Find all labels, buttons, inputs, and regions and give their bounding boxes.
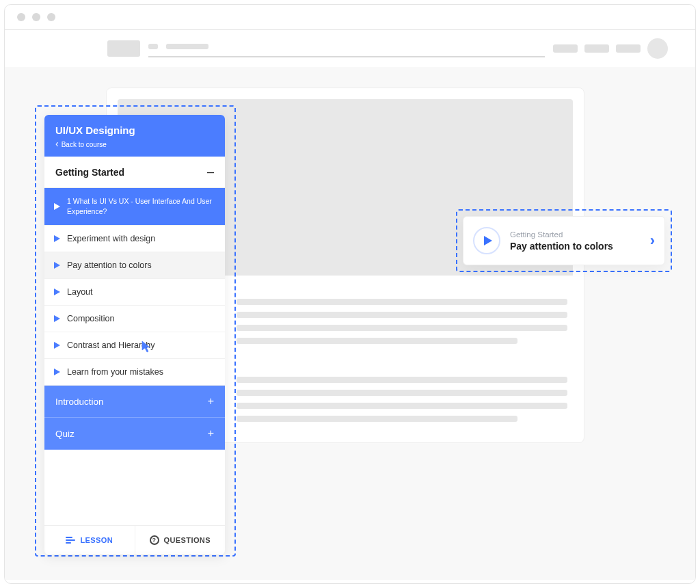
back-label: Back to course bbox=[62, 141, 107, 148]
play-icon bbox=[54, 203, 60, 210]
lesson-label: Contrast and Hierarchy bbox=[67, 340, 155, 350]
tab-lesson[interactable]: LESSON bbox=[44, 526, 135, 554]
nav-tabs-placeholder bbox=[148, 40, 545, 57]
play-circle-icon bbox=[473, 227, 500, 254]
lesson-item[interactable]: Experiment with design bbox=[44, 226, 225, 252]
lesson-item[interactable]: Contrast and Hierarchy bbox=[44, 332, 225, 359]
lesson-item-active[interactable]: 1 What Is UI Vs UX - User Interface And … bbox=[44, 188, 225, 226]
question-icon: ? bbox=[150, 535, 159, 545]
section-header-getting-started[interactable]: Getting Started – bbox=[44, 157, 225, 188]
play-icon bbox=[54, 262, 60, 269]
list-icon bbox=[66, 537, 75, 544]
header-link-placeholder[interactable] bbox=[584, 44, 609, 53]
play-icon bbox=[54, 289, 60, 295]
section-header-introduction[interactable]: Introduction + bbox=[44, 386, 225, 418]
window-dot[interactable] bbox=[32, 13, 40, 21]
chevron-right-icon: › bbox=[650, 232, 655, 250]
course-sidebar: UI/UX Designing Back to course Getting S… bbox=[44, 115, 225, 554]
sidebar-tabs: LESSON ? QUESTIONS bbox=[44, 525, 225, 554]
next-lesson-tooltip[interactable]: Getting Started Pay attention to colors … bbox=[463, 216, 665, 265]
section-title: Getting Started bbox=[55, 167, 124, 178]
lesson-label: Layout bbox=[67, 287, 93, 297]
expand-icon: + bbox=[208, 427, 214, 440]
expand-icon: + bbox=[208, 395, 214, 407]
avatar[interactable] bbox=[647, 38, 668, 59]
tooltip-text: Getting Started Pay attention to colors bbox=[510, 230, 641, 252]
lesson-item[interactable]: Composition bbox=[44, 306, 225, 332]
lesson-item[interactable]: Layout bbox=[44, 279, 225, 306]
section-title: Introduction bbox=[55, 397, 104, 407]
play-icon bbox=[54, 369, 60, 375]
tooltip-category: Getting Started bbox=[510, 230, 641, 239]
sidebar-header: UI/UX Designing Back to course bbox=[44, 115, 225, 157]
play-icon bbox=[484, 236, 492, 245]
back-to-course-link[interactable]: Back to course bbox=[55, 140, 214, 148]
header-actions bbox=[553, 38, 668, 59]
lesson-label: Composition bbox=[67, 314, 114, 323]
tab-label: QUESTIONS bbox=[164, 536, 211, 544]
play-icon bbox=[54, 235, 60, 242]
header-link-placeholder[interactable] bbox=[616, 44, 641, 53]
logo-placeholder[interactable] bbox=[107, 40, 140, 57]
lesson-item-hover[interactable]: Pay attention to colors bbox=[44, 252, 225, 279]
window-traffic-lights bbox=[5, 5, 695, 29]
play-icon bbox=[54, 315, 60, 322]
lesson-label: Pay attention to colors bbox=[67, 260, 152, 270]
tooltip-title: Pay attention to colors bbox=[510, 241, 641, 252]
lesson-label: Experiment with design bbox=[67, 234, 155, 243]
window-dot[interactable] bbox=[17, 13, 25, 21]
lesson-label: Learn from your mistakes bbox=[67, 367, 163, 377]
chevron-left-icon bbox=[55, 140, 59, 148]
workspace: UI/UX Designing Back to course Getting S… bbox=[5, 67, 695, 580]
site-header bbox=[5, 30, 695, 67]
lesson-item[interactable]: Learn from your mistakes bbox=[44, 359, 225, 386]
section-title: Quiz bbox=[55, 429, 75, 439]
tab-label: LESSON bbox=[80, 536, 113, 544]
course-title: UI/UX Designing bbox=[55, 124, 214, 136]
collapse-icon: – bbox=[207, 165, 214, 179]
tab-questions[interactable]: ? QUESTIONS bbox=[135, 526, 226, 554]
window-dot[interactable] bbox=[47, 13, 55, 21]
section-header-quiz[interactable]: Quiz + bbox=[44, 418, 225, 450]
header-link-placeholder[interactable] bbox=[553, 44, 578, 53]
play-icon bbox=[54, 342, 60, 349]
lesson-label: 1 What Is UI Vs UX - User Interface And … bbox=[67, 196, 215, 217]
browser-window: UI/UX Designing Back to course Getting S… bbox=[4, 4, 696, 584]
